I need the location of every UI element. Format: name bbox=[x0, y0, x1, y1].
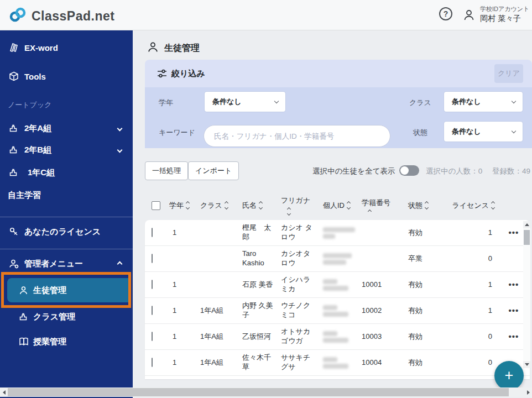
cell-grade: 1 bbox=[169, 280, 196, 290]
cell-grade: 1 bbox=[169, 358, 196, 368]
cell-personal-id-redacted bbox=[320, 226, 358, 240]
cell-status: 卒業 bbox=[405, 254, 448, 264]
scroll-up-arrow[interactable] bbox=[523, 221, 530, 228]
vertical-scrollbar-thumb[interactable] bbox=[524, 230, 530, 245]
scroll-left-arrow[interactable] bbox=[0, 387, 8, 397]
sidebar-item-lesson-mgmt[interactable]: 授業管理 bbox=[0, 332, 133, 351]
cell-status: 有効 bbox=[405, 332, 448, 342]
sort-icon bbox=[425, 202, 428, 209]
actions-row: 一括処理 インポート 選択中の生徒を全て表示 選択中の人数：0 登録数：49 bbox=[145, 161, 532, 181]
class-select[interactable]: 条件なし bbox=[444, 92, 523, 112]
sidebar-item-class-2a[interactable]: 2年A組 bbox=[0, 119, 133, 138]
sidebar-item-student-mgmt[interactable]: 生徒管理 bbox=[7, 278, 129, 302]
cell-name: 樫尾 太郎 bbox=[242, 223, 277, 242]
cell-name: Taro Kashio bbox=[242, 249, 277, 268]
account-info[interactable]: 学校IDアカウント 岡村 菜々子 bbox=[480, 5, 529, 24]
class-building-icon bbox=[9, 168, 18, 177]
user-icon[interactable] bbox=[462, 8, 476, 24]
select-all-checkbox[interactable] bbox=[152, 201, 160, 210]
cell-name: 内野 久美子 bbox=[242, 301, 277, 320]
cell-class: 1年A組 bbox=[196, 358, 239, 368]
table-row: 1 1年A組 乙坂恒河 オトサカゴウガ 10003 有効 0 ••• bbox=[145, 324, 530, 350]
row-checkbox[interactable] bbox=[152, 306, 153, 315]
column-header-kana[interactable]: フリガナ bbox=[278, 196, 320, 215]
cell-kana: カシオ タロウ bbox=[281, 223, 315, 242]
sidebar-item-exword[interactable]: EX-word bbox=[0, 38, 133, 57]
row-checkbox[interactable] bbox=[152, 280, 153, 289]
sort-icon bbox=[288, 208, 290, 215]
cell-student-number: 10003 bbox=[358, 332, 405, 342]
sort-icon bbox=[186, 202, 189, 209]
cell-status: 有効 bbox=[405, 306, 448, 316]
column-header-class[interactable]: クラス bbox=[196, 201, 239, 211]
cell-class: 1年A組 bbox=[196, 332, 239, 342]
cell-name: 石原 美香 bbox=[242, 280, 277, 290]
row-checkbox[interactable] bbox=[152, 332, 153, 341]
column-header-student-number[interactable]: 学籍番号 bbox=[358, 198, 405, 213]
sidebar-divider bbox=[0, 217, 133, 217]
status-select[interactable]: 条件なし bbox=[444, 122, 523, 142]
cell-name: 佐々木千草 bbox=[242, 353, 277, 372]
import-button[interactable]: インポート bbox=[188, 161, 239, 180]
selected-count: 選択中の人数：0 bbox=[426, 166, 482, 176]
column-header-personal-id[interactable]: 個人ID bbox=[320, 201, 358, 211]
sort-icon bbox=[225, 202, 228, 209]
dictionary-icon bbox=[9, 43, 19, 53]
column-header-name[interactable]: 氏名 bbox=[239, 201, 278, 211]
add-student-fab-button[interactable]: + bbox=[494, 361, 524, 390]
column-header-license[interactable]: ライセンス bbox=[448, 201, 494, 211]
chevron-up-icon[interactable] bbox=[117, 261, 123, 266]
scroll-right-arrow[interactable] bbox=[524, 387, 532, 397]
cell-status: 有効 bbox=[405, 228, 448, 238]
cell-kana: イシハラミカ bbox=[281, 275, 315, 294]
sidebar-item-class-2b[interactable]: 2年B組 bbox=[0, 140, 133, 159]
status-label: 状態 bbox=[413, 128, 427, 138]
row-checkbox[interactable] bbox=[152, 228, 153, 237]
sidebar-item-tools[interactable]: Tools bbox=[0, 67, 133, 86]
sidebar: EX-word Tools ノートブック 2年A組 bbox=[0, 30, 133, 398]
scroll-down-arrow[interactable] bbox=[523, 361, 530, 368]
person-icon bbox=[147, 41, 159, 55]
cell-personal-id-redacted bbox=[320, 303, 358, 318]
chevron-down-icon bbox=[512, 128, 516, 133]
cell-license: 1 bbox=[448, 306, 494, 316]
grade-label: 学年 bbox=[159, 98, 173, 108]
grade-select[interactable]: 条件なし bbox=[205, 92, 285, 112]
table-row: 1 石原 美香 イシハラミカ 10001 有効 1 ••• bbox=[145, 272, 530, 298]
topbar: ClassPad.net ? 学校IDアカウント 岡村 菜々子 bbox=[0, 0, 532, 30]
cell-student-number: 10001 bbox=[358, 280, 405, 290]
column-header-grade[interactable]: 学年 bbox=[169, 201, 196, 211]
cell-class: 1年A組 bbox=[196, 306, 239, 316]
sidebar-item-class-mgmt[interactable]: クラス管理 bbox=[0, 307, 133, 326]
table-header-row: 学年 クラス 氏名 フリガナ 個人ID 学籍番号 bbox=[145, 191, 530, 220]
chevron-down-icon[interactable] bbox=[117, 147, 123, 153]
cell-grade: 1 bbox=[169, 306, 196, 316]
row-checkbox[interactable] bbox=[152, 358, 153, 367]
clear-button[interactable]: クリア bbox=[494, 64, 523, 83]
cell-license: 0 bbox=[448, 358, 494, 368]
app-title: ClassPad.net bbox=[32, 9, 114, 24]
cell-license: 1 bbox=[448, 280, 494, 290]
cell-personal-id-redacted bbox=[320, 329, 358, 344]
cell-kana: ササキチグサ bbox=[281, 353, 315, 372]
keyword-input[interactable] bbox=[204, 125, 390, 147]
filter-sliders-icon bbox=[157, 68, 168, 79]
row-checkbox[interactable] bbox=[152, 254, 153, 263]
show-selected-toggle[interactable] bbox=[399, 165, 419, 176]
horizontal-scrollbar-thumb[interactable] bbox=[8, 388, 509, 396]
help-icon[interactable]: ? bbox=[439, 7, 452, 20]
batch-process-button[interactable]: 一括処理 bbox=[145, 161, 188, 180]
app-logo[interactable]: ClassPad.net bbox=[9, 6, 114, 26]
column-header-status[interactable]: 状態 bbox=[405, 201, 448, 211]
sidebar-item-admin-menu[interactable]: 管理者メニュー bbox=[0, 254, 133, 273]
sidebar-item-class-1c[interactable]: 1年C組 bbox=[0, 163, 133, 182]
admin-person-gear-icon bbox=[9, 259, 19, 269]
sidebar-item-your-license[interactable]: あなたのライセンス bbox=[0, 222, 133, 241]
main-content: 生徒管理 絞り込み クリア 学年 条件なし bbox=[133, 30, 532, 398]
chevron-down-icon[interactable] bbox=[117, 125, 123, 131]
class-building-icon bbox=[19, 312, 28, 321]
table-row: 1 1年A組 内野 久美子 ウチノクミコ 10002 有効 1 ••• bbox=[145, 298, 530, 324]
chevron-down-icon bbox=[274, 98, 279, 103]
sidebar-item-self-study[interactable]: 自主学習 bbox=[8, 190, 41, 201]
key-icon bbox=[9, 227, 19, 237]
